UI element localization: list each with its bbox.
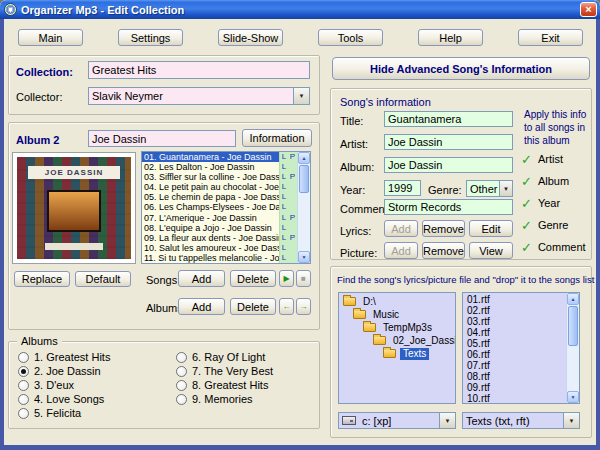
songs-add-button[interactable]: Add [178,270,225,287]
information-button[interactable]: Information [242,129,312,147]
play-song-button[interactable]: ▶ [279,270,294,287]
menu-button[interactable]: Exit [518,29,583,46]
album-radio-option[interactable]: 2. Joe Dassin [18,364,110,378]
lyrics-add-button[interactable]: Add [384,220,418,237]
close-button[interactable]: × [580,2,597,17]
file-list-item[interactable]: 02.rtf [463,305,566,316]
file-list-item[interactable]: 09.rtf [463,382,566,393]
directory-name: D:\ [360,296,379,308]
song-list-item[interactable]: 09. La fleur aux dents - Joe Dassin L P [142,233,297,243]
song-lyrics-flag: L [279,162,288,172]
file-list-scrollbar[interactable]: ▲ ▼ [566,293,579,403]
song-list-item[interactable]: 11. Si tu t'appelles melancolie - Joe Da… [142,253,297,263]
file-list-item[interactable]: 01.rtf [463,294,566,305]
album-input[interactable] [384,157,513,173]
albums-add-button[interactable]: Add [178,298,225,315]
albums-groupbox-legend: Albums [17,335,62,347]
song-list-item[interactable]: 02. Les Dalton - Joe Dassin L [142,162,297,172]
default-button[interactable]: Default [75,271,131,287]
file-list-item[interactable]: 05.rtf [463,338,566,349]
stop-song-button[interactable]: ■ [296,270,311,287]
album-radio-label: 1. Greatest Hits [34,351,110,363]
directory-tree-item[interactable]: Texts [339,347,455,360]
radio-icon [176,366,187,377]
album-radio-option[interactable]: 9. Memories [176,392,273,406]
directory-tree-item[interactable]: TempMp3s [339,321,455,334]
picture-add-button[interactable]: Add [384,242,418,259]
album-field-label: Album: [340,161,374,173]
file-filter-dropdown[interactable]: Texts (txt, rft) ▼ [462,412,580,429]
next-album-button[interactable]: → [296,298,311,315]
album-radio-option[interactable]: 1. Greatest Hits [18,350,110,364]
file-list-item[interactable]: 07.rtf [463,360,566,371]
albums-radio-column-2: 6. Ray Of Light 7. The Very Best 8. Grea… [176,350,273,406]
applied-field-label: Album [538,175,569,187]
lyrics-remove-button[interactable]: Remove [422,220,465,237]
picture-view-button[interactable]: View [469,242,513,259]
file-list-item[interactable]: 03.rtf [463,316,566,327]
song-list[interactable]: 01. Guantanamera - Joe Dassin L P 02. Le… [141,151,311,264]
picture-remove-button[interactable]: Remove [422,242,465,259]
file-list-item[interactable]: 06.rtf [463,349,566,360]
album-label: Album 2 [16,134,59,146]
collector-dropdown-arrow-icon[interactable]: ▼ [293,88,309,104]
song-list-item[interactable]: 03. Siffler sur la colline - Joe Dassin … [142,172,297,182]
directory-tree[interactable]: D:\ Music TempMp3s 02_Joe_Dassin Texts [338,292,456,404]
menu-button[interactable]: Settings [118,29,183,46]
song-list-scrollbar[interactable]: ▲ ▼ [297,152,310,263]
album-radio-option[interactable]: 7. The Very Best [176,364,273,378]
menu-button[interactable]: Slide-Show [218,29,283,46]
close-icon: × [585,4,591,15]
genre-dropdown-arrow-icon[interactable]: ▼ [499,181,512,196]
album-radio-option[interactable]: 8. Greatest Hits [176,378,273,392]
song-rows: 01. Guantanamera - Joe Dassin L P 02. Le… [142,152,297,263]
filter-dropdown-arrow-icon[interactable]: ▼ [563,413,579,428]
scroll-down-icon[interactable]: ▼ [567,391,579,403]
collection-name-input[interactable] [88,61,310,79]
song-list-item[interactable]: 05. Le chemin de papa - Joe Dassin L [142,192,297,202]
album-radio-option[interactable]: 6. Ray Of Light [176,350,273,364]
scrollbar-thumb[interactable] [568,306,578,346]
drive-dropdown-arrow-icon[interactable]: ▼ [439,413,455,428]
menu-button[interactable]: Main [18,29,83,46]
scroll-up-icon[interactable]: ▲ [298,152,310,164]
song-list-item[interactable]: 08. L'equipe a Jojo - Joe Dassin L [142,223,297,233]
collector-dropdown[interactable]: Slavik Neymer ▼ [88,87,310,105]
songs-delete-button[interactable]: Delete [230,270,276,287]
scroll-down-icon[interactable]: ▼ [298,251,310,263]
directory-tree-item[interactable]: 02_Joe_Dassin [339,334,455,347]
song-list-item[interactable]: 06. Les Champs-Elysees - Joe Dassin L [142,202,297,212]
song-list-item[interactable]: 07. L'Amerique - Joe Dassin L P [142,213,297,223]
song-list-item[interactable]: 04. Le petit pain au chocolat - Joe Dass… [142,182,297,192]
hide-advanced-info-button[interactable]: Hide Advanced Song's Information [332,57,590,80]
file-list-item[interactable]: 08.rtf [463,371,566,382]
replace-button[interactable]: Replace [14,271,70,287]
file-list[interactable]: 01.rtf 02.rtf 03.rtf 04.rtf 05.rtf 06.rt… [462,292,580,404]
song-lyrics-flag: L [279,243,288,253]
menu-button[interactable]: Help [418,29,483,46]
year-input[interactable] [384,180,421,196]
albums-delete-button[interactable]: Delete [230,298,276,315]
lyrics-edit-button[interactable]: Edit [469,220,513,237]
drive-dropdown[interactable]: c: [xp] ▼ [338,412,456,429]
title-input[interactable] [384,111,513,127]
previous-album-button[interactable]: ← [279,298,294,315]
song-title: 08. L'equipe a Jojo - Joe Dassin [142,223,279,233]
album-radio-option[interactable]: 4. Love Songs [18,392,110,406]
directory-tree-item[interactable]: Music [339,308,455,321]
song-list-item[interactable]: 01. Guantanamera - Joe Dassin L P [142,152,297,162]
menu-button[interactable]: Tools [318,29,383,46]
genre-dropdown[interactable]: Other ▼ [466,180,513,197]
folder-icon [373,336,386,345]
scroll-up-icon[interactable]: ▲ [567,293,579,305]
album-radio-option[interactable]: 5. Felicita [18,406,110,420]
artist-input[interactable] [384,134,513,150]
song-list-item[interactable]: 10. Salut les amoureux - Joe Dassin L [142,243,297,253]
directory-tree-item[interactable]: D:\ [339,295,455,308]
album-radio-option[interactable]: 3. D'eux [18,378,110,392]
file-list-item[interactable]: 10.rtf [463,393,566,404]
scrollbar-thumb[interactable] [299,165,309,193]
album-name-input[interactable] [88,130,236,147]
comment-input[interactable] [384,199,513,215]
file-list-item[interactable]: 04.rtf [463,327,566,338]
